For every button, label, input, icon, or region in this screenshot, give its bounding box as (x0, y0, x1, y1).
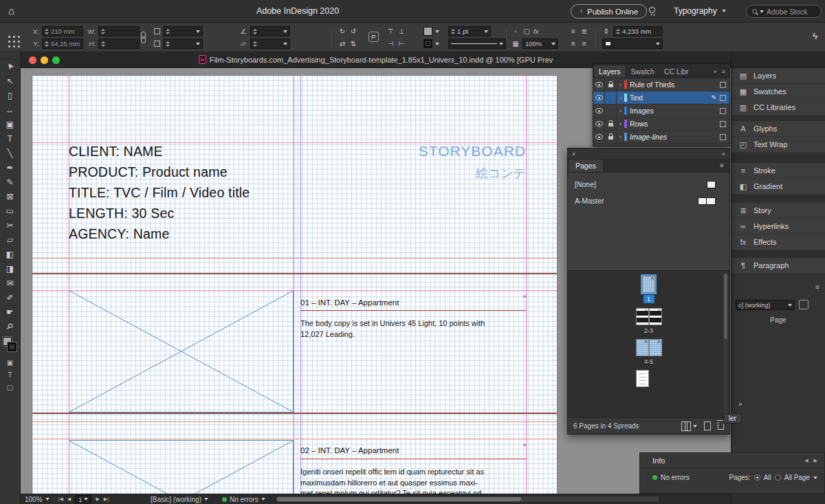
fill-stroke-control[interactable] (0, 336, 20, 356)
layer-target-square[interactable] (720, 95, 726, 101)
no-effect-icon[interactable]: ▫ (512, 28, 520, 35)
tool-extra-icon-1[interactable]: T (0, 369, 20, 381)
scrollbar-thumb[interactable] (277, 497, 521, 501)
tool-extra-icon-0[interactable]: ▣ (0, 356, 20, 369)
last-page-button[interactable]: ▶| (104, 496, 109, 502)
home-icon[interactable]: ⌂ (8, 5, 14, 17)
horizontal-scrollbar[interactable] (275, 496, 660, 503)
document-tab[interactable]: Id Film-Storyboards.com_Advertising_Stor… (199, 55, 553, 64)
master-a-row[interactable]: A-Master (568, 193, 729, 209)
stepper-icon[interactable] (101, 41, 105, 47)
tab-cc-libraries[interactable]: CC Libr (659, 65, 694, 78)
dock-item-paragraph[interactable]: ¶Paragraph (732, 258, 825, 274)
dock-item-glyphs[interactable]: AGlyphs (732, 121, 825, 137)
stepper-icon[interactable] (45, 41, 49, 47)
disclosure-icon[interactable]: › (617, 133, 624, 140)
select-container-button[interactable]: P (368, 32, 379, 42)
lock-icon[interactable] (608, 84, 613, 87)
layer-row-image-lines[interactable]: ›Image-lines (593, 131, 729, 144)
type-tool[interactable]: T (0, 131, 20, 146)
pencil-tool[interactable]: ✎ (0, 175, 20, 189)
scale-y-field[interactable] (163, 39, 203, 49)
text-align-icon[interactable]: ≣ (580, 28, 588, 35)
shear-angle-field[interactable] (250, 39, 290, 49)
adobe-stock-search[interactable]: Adobe Stock (746, 5, 822, 18)
flip-horizontal-button[interactable]: ⇄ (338, 40, 346, 47)
image-placeholder-frame-1[interactable] (69, 290, 294, 413)
offset-field[interactable]: 4,233 mm (613, 26, 663, 36)
close-panel-icon[interactable]: × (572, 151, 575, 157)
page-1-item[interactable]: A 1 (568, 276, 729, 303)
layer-target-square[interactable] (720, 82, 726, 88)
scene1-body-text[interactable]: The body copy is set in Univers 45 Light… (300, 318, 530, 340)
disclosure-icon[interactable]: › (617, 94, 624, 101)
layer-row-images[interactable]: ›Images (593, 105, 729, 118)
layer-row-rows[interactable]: ›Rows (593, 118, 729, 131)
page-6-item[interactable] (568, 370, 723, 387)
align-right-button[interactable]: ⊢ (397, 40, 406, 47)
y-position-field[interactable]: 64,25 mm (42, 39, 83, 49)
page-tool[interactable]: ▯ (0, 88, 20, 102)
working-profile-dropdown[interactable]: c] (working) (736, 300, 795, 310)
workspace-switcher[interactable]: Typography (674, 6, 726, 16)
panel-menu-icon[interactable]: ≡ (714, 162, 729, 172)
pages-all-pages-radio[interactable] (775, 474, 781, 481)
note-tool[interactable]: ✉ (0, 276, 20, 290)
height-field[interactable] (98, 39, 140, 49)
fx-icon[interactable]: fx (534, 28, 538, 35)
constrain-proportions-icon[interactable] (140, 32, 146, 43)
fill-color-swatch[interactable] (424, 27, 432, 36)
align-top-button[interactable]: ⊤ (386, 28, 395, 35)
scrollbar-thumb[interactable] (724, 274, 727, 339)
rotate-ccw-button[interactable]: ↺ (349, 28, 358, 35)
dock-item-swatches[interactable]: ▦Swatches (732, 84, 825, 100)
page-4-thumbnail[interactable]: A (636, 339, 649, 356)
collapse-icon[interactable]: » (738, 400, 742, 408)
preflight-status[interactable]: No errors (222, 496, 265, 503)
layer-target-square[interactable] (720, 134, 726, 140)
dock-item-effects[interactable]: fxEffects (732, 234, 825, 250)
master-none-thumbnail[interactable] (707, 181, 716, 188)
panel-menu-icon[interactable]: ≡ (722, 68, 725, 75)
rotate-cw-button[interactable]: ↻ (338, 28, 346, 35)
guide-vertical[interactable] (69, 76, 69, 494)
align-bottom-button[interactable]: ⊥ (397, 28, 406, 35)
rotation-angle-field[interactable] (250, 26, 290, 36)
guide-horizontal[interactable] (32, 290, 557, 291)
width-field[interactable] (98, 26, 140, 36)
guide-vertical[interactable] (300, 76, 301, 494)
stroke-type-dropdown[interactable] (448, 39, 506, 49)
first-page-button[interactable]: |◀ (58, 496, 63, 502)
pages-all-radio[interactable] (754, 474, 760, 481)
guide-horizontal[interactable] (32, 421, 557, 422)
page-style-icon[interactable] (799, 300, 808, 309)
dock-item-cc-libraries[interactable]: ▥CC Libraries (732, 100, 825, 116)
pen-tool[interactable]: ✒ (0, 160, 20, 175)
scene2-body-text[interactable]: Igeniti onseri repelit offic tem id quam… (300, 467, 530, 494)
visibility-eye-icon[interactable] (595, 121, 603, 127)
gradient-swatch-tool[interactable]: ◧ (0, 247, 20, 261)
stroke-weight-dropdown[interactable]: 1 pt (448, 26, 491, 36)
visibility-eye-icon[interactable] (595, 95, 603, 100)
tab-layers[interactable]: Layers (593, 65, 626, 78)
x-position-field[interactable]: 210 mm (42, 26, 83, 36)
lock-icon[interactable] (608, 136, 613, 140)
guide-vertical[interactable] (294, 76, 294, 494)
page-3-thumbnail[interactable]: A (649, 308, 662, 325)
effect-box-icon[interactable]: ▢ (522, 28, 531, 35)
free-transform-tool[interactable]: ▱ (0, 232, 20, 247)
guide-horizontal[interactable] (32, 258, 557, 259)
dock-item-stroke[interactable]: ≡Stroke (732, 163, 825, 179)
flip-vertical-button[interactable]: ⇅ (349, 40, 358, 47)
preflight-profile-dropdown[interactable]: [Basic] (working) (151, 496, 208, 503)
scene2-heading[interactable]: 02 – INT. DAY – Appartment (300, 446, 399, 454)
master-none-row[interactable]: [None] (568, 176, 729, 193)
guide-horizontal[interactable] (32, 439, 557, 439)
stepper-icon[interactable] (45, 29, 49, 34)
rectangle-frame-tool[interactable]: ⊠ (0, 189, 20, 204)
scale-x-field[interactable] (163, 26, 203, 36)
flash-icon[interactable]: ϟ (813, 31, 817, 41)
rectangle-tool[interactable]: ▭ (0, 204, 20, 218)
eyedropper-tool[interactable]: ✐ (0, 290, 20, 305)
lock-icon[interactable] (608, 123, 613, 127)
